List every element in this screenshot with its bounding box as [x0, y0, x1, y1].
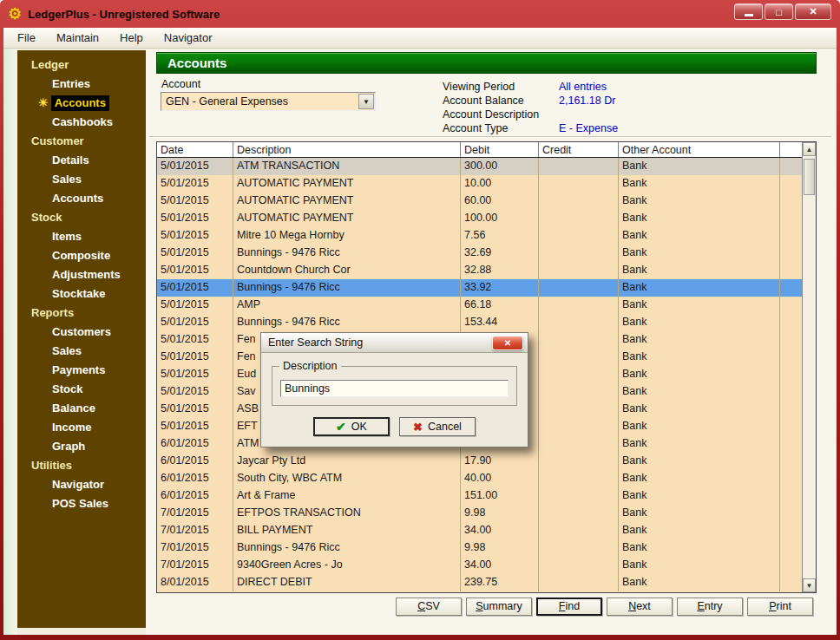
menu-item-maintain[interactable]: Maintain: [46, 29, 109, 47]
info-label-account-type: Account Type: [443, 121, 555, 135]
account-info: Viewing PeriodAll entriesAccount Balance…: [443, 80, 618, 135]
find-button[interactable]: Find: [536, 598, 602, 616]
date-cell: 5/01/2015: [157, 297, 233, 314]
filler-cell: [780, 435, 802, 453]
next-button[interactable]: Next: [607, 598, 673, 616]
ok-button[interactable]: ✔ OK: [313, 417, 390, 436]
credit-cell: [539, 193, 619, 210]
dialog-title-bar[interactable]: Enter Search String ✕: [261, 333, 528, 353]
sidebar-item-balance[interactable]: Balance: [17, 399, 146, 418]
close-button[interactable]: ✕: [795, 3, 831, 20]
sidebar-item-details[interactable]: Details: [17, 151, 146, 170]
info-value-account-description: [559, 108, 618, 121]
search-input[interactable]: [280, 380, 509, 397]
table-row[interactable]: 7/01/20159340Green Acres - Jo34.00Bank: [157, 557, 802, 574]
credit-cell: [539, 210, 619, 227]
gear-icon: ⚙: [8, 4, 22, 23]
table-row[interactable]: 5/01/2015Bunnings - 9476 Ricc32.69Bank: [157, 245, 802, 262]
description-cell: ATM TRANSACTION: [233, 158, 461, 175]
column-header-description[interactable]: Description: [233, 142, 461, 157]
description-cell: AUTOMATIC PAYMENT: [233, 210, 461, 227]
scroll-down-icon[interactable]: ▼: [803, 578, 816, 592]
sidebar-item-entries[interactable]: Entries: [17, 75, 146, 94]
sidebar-item-navigator[interactable]: Navigator: [17, 475, 146, 494]
sidebar-item-accounts[interactable]: ☀Accounts: [17, 94, 146, 113]
sidebar-item-sales[interactable]: Sales: [17, 170, 146, 189]
sidebar-item-pos-sales[interactable]: POS Sales: [17, 494, 146, 513]
table-row[interactable]: 5/01/2015ATM TRANSACTION300.00Bank: [157, 158, 802, 175]
table-row[interactable]: 6/01/2015Jaycar Pty Ltd17.90Bank: [157, 453, 802, 470]
dialog-close-button[interactable]: ✕: [492, 336, 523, 350]
sidebar-item-payments[interactable]: Payments: [17, 361, 146, 380]
csv-button[interactable]: CSV: [396, 598, 462, 616]
entry-button[interactable]: Entry: [677, 598, 743, 616]
chevron-down-icon[interactable]: ▼: [358, 94, 374, 109]
table-row[interactable]: 6/01/2015Art & Frame151.00Bank: [157, 487, 802, 505]
table-row[interactable]: 5/01/2015AMP66.18Bank: [157, 297, 802, 314]
debit-cell: 66.18: [461, 297, 539, 314]
sidebar-item-stock[interactable]: Stock: [17, 380, 146, 399]
table-row[interactable]: 7/01/2015EFTPOS TRANSACTION9.98Bank: [157, 505, 802, 522]
credit-cell: [539, 279, 619, 297]
sidebar-item-sales[interactable]: Sales: [17, 342, 146, 361]
sidebar-item-income[interactable]: Income: [17, 418, 146, 437]
scrollbar-thumb[interactable]: [804, 159, 815, 195]
credit-cell: [539, 505, 619, 522]
filler-cell: [780, 175, 802, 193]
sidebar-item-cashbooks[interactable]: Cashbooks: [17, 113, 146, 132]
filler-cell: [780, 158, 802, 175]
table-row[interactable]: 5/01/2015Bunnings - 9476 Ricc33.92Bank: [157, 279, 802, 297]
date-cell: 6/01/2015: [157, 435, 233, 453]
other-account-cell: Bank: [619, 297, 780, 314]
date-cell: 5/01/2015: [157, 262, 233, 279]
column-header-debit[interactable]: Debit: [461, 142, 539, 157]
table-row[interactable]: 7/01/2015BILL PAYMENT34.00Bank: [157, 522, 802, 539]
debit-cell: 151.00: [461, 487, 539, 505]
menu-item-navigator[interactable]: Navigator: [154, 29, 223, 47]
sidebar-item-adjustments[interactable]: Adjustments: [17, 265, 146, 284]
table-row[interactable]: 7/01/2015Bunnings - 9476 Ricc9.98Bank: [157, 539, 802, 557]
sidebar-item-accounts[interactable]: Accounts: [17, 189, 146, 208]
description-cell: Jaycar Pty Ltd: [233, 453, 461, 470]
info-label-account-description: Account Description: [443, 108, 555, 121]
title-bar[interactable]: ⚙ LedgerPlus - Unregistered Software □ ✕: [5, 0, 835, 28]
table-scrollbar[interactable]: ▲ ▼: [802, 142, 816, 592]
credit-cell: [539, 158, 619, 175]
minimize-button[interactable]: [734, 3, 763, 20]
other-account-cell: Bank: [619, 262, 780, 279]
cancel-button[interactable]: ✖ Cancel: [399, 417, 476, 436]
menu-item-file[interactable]: File: [7, 29, 46, 47]
table-row[interactable]: 5/01/2015AUTOMATIC PAYMENT100.00Bank: [157, 210, 802, 227]
column-header-credit[interactable]: Credit: [539, 142, 619, 157]
debit-cell: 60.00: [461, 193, 539, 210]
print-button[interactable]: Print: [747, 598, 813, 616]
description-cell: AUTOMATIC PAYMENT: [233, 175, 461, 193]
table-row[interactable]: 5/01/2015Bunnings - 9476 Ricc153.44Bank: [157, 314, 802, 331]
table-row[interactable]: 8/01/2015DIRECT DEBIT239.75Bank: [157, 574, 802, 591]
other-account-cell: Bank: [619, 245, 780, 262]
table-row[interactable]: 5/01/2015AUTOMATIC PAYMENT10.00Bank: [157, 175, 802, 193]
table-row[interactable]: 6/01/2015South City, WBC ATM40.00Bank: [157, 470, 802, 487]
menu-item-help[interactable]: Help: [109, 29, 154, 47]
sidebar-item-stocktake[interactable]: Stocktake: [17, 284, 146, 304]
column-header-date[interactable]: Date: [157, 142, 233, 157]
table-row[interactable]: 5/01/2015Mitre 10 Mega Hornby7.56Bank: [157, 227, 802, 245]
date-cell: 5/01/2015: [157, 210, 233, 227]
table-row[interactable]: 5/01/2015AUTOMATIC PAYMENT60.00Bank: [157, 193, 802, 210]
credit-cell: [539, 470, 619, 487]
credit-cell: [539, 383, 619, 401]
sidebar-item-composite[interactable]: Composite: [17, 246, 146, 265]
summary-button[interactable]: Summary: [466, 598, 532, 616]
window-controls: □ ✕: [734, 3, 831, 20]
scroll-up-icon[interactable]: ▲: [803, 142, 816, 156]
sidebar-item-graph[interactable]: Graph: [17, 437, 146, 456]
other-account-cell: Bank: [619, 349, 780, 366]
maximize-button[interactable]: □: [765, 3, 793, 20]
account-dropdown[interactable]: GEN - General Expenses ▼: [161, 92, 376, 111]
credit-cell: [539, 262, 619, 279]
column-header-other-account[interactable]: Other Account: [619, 142, 780, 157]
table-row[interactable]: 5/01/2015Countdown Church Cor32.88Bank: [157, 262, 802, 279]
sidebar-item-items[interactable]: Items: [17, 227, 146, 246]
filler-cell: [780, 487, 802, 505]
sidebar-item-customers[interactable]: Customers: [17, 323, 146, 342]
